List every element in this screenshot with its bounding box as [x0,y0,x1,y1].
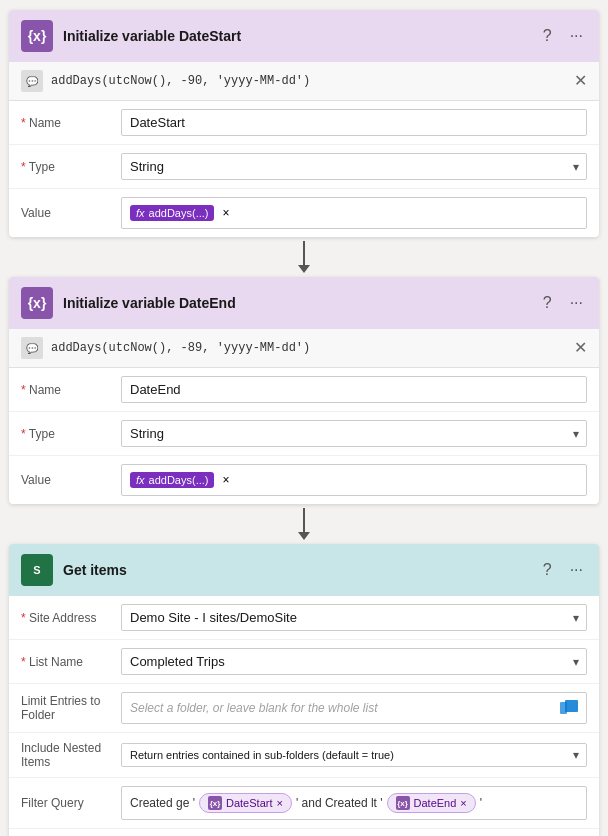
filter-query-field[interactable]: Created ge ' {x} DateStart × ' and Creat… [121,786,587,820]
help-button-datestart[interactable]: ? [539,26,556,46]
more-button-datestart[interactable]: ··· [566,26,587,46]
field-row-list-name: * List Name Completed Trips ▾ [9,640,599,684]
card-init-dateend: {x} Initialize variable DateEnd ? ··· 💬 … [9,277,599,504]
fx-chip-text-1: addDays(...) [149,207,209,219]
select-wrapper-site: Demo Site - I sites/DemoSite ▾ [121,604,587,631]
field-row-name-1: * Name [9,101,599,145]
card-title-datestart: Initialize variable DateStart [63,28,529,44]
expression-bar-datestart: 💬 addDays(utcNow(), -90, 'yyyy-MM-dd') ✕ [9,62,599,101]
card-init-datestart: {x} Initialize variable DateStart ? ··· … [9,10,599,237]
folder-button[interactable] [560,700,578,717]
label-type-2: * Type [21,427,121,441]
label-limit-folder: Limit Entries to Folder [21,694,121,722]
expr-icon-dateend: 💬 [21,337,43,359]
field-row-filter: Filter Query Created ge ' {x} DateStart … [9,778,599,829]
fx-chip-close-1[interactable]: × [222,207,229,219]
expression-bar-dateend: 💬 addDays(utcNow(), -89, 'yyyy-MM-dd') ✕ [9,329,599,368]
var-chip-dateend: {x} DateEnd × [387,793,476,813]
more-button-dateend[interactable]: ··· [566,293,587,313]
fx-icon-1: fx [136,207,145,219]
select-nested[interactable]: Return entries contained in sub-folders … [121,743,587,767]
field-row-nested: Include Nested Items Return entries cont… [9,733,599,778]
arrow-1 [298,241,310,273]
select-site-address[interactable]: Demo Site - I sites/DemoSite [121,604,587,631]
flow-container: {x} Initialize variable DateStart ? ··· … [0,0,608,836]
card-body-dateend: 💬 addDays(utcNow(), -89, 'yyyy-MM-dd') ✕… [9,329,599,504]
field-row-type-1: * Type String ▾ [9,145,599,189]
header-actions-dateend: ? ··· [539,293,587,313]
var-chip-label-dateend: DateEnd [414,797,457,809]
connector-line-2 [303,508,305,532]
var-chip-icon-dateend: {x} [396,796,410,810]
card-body-get-items: * Site Address Demo Site - I sites/DemoS… [9,596,599,836]
fx-chip-2: fx addDays(...) [130,472,214,488]
input-name-2[interactable] [121,376,587,403]
arrow-2 [298,508,310,540]
filter-text-1: Created ge ' [130,796,195,810]
header-actions-datestart: ? ··· [539,26,587,46]
filter-text-2: ' and Created lt ' [296,796,383,810]
field-row-limit-folder: Limit Entries to Folder Select a folder,… [9,684,599,733]
select-wrapper-type-1: String ▾ [121,153,587,180]
variable-icon-datestart: {x} [21,20,53,52]
label-nested: Include Nested Items [21,741,121,769]
icon-label: {x} [28,28,47,44]
label-name-1: * Name [21,116,121,130]
label-site-address: * Site Address [21,611,121,625]
label-name-2: * Name [21,383,121,397]
label-value-2: Value [21,473,121,487]
card-body-datestart: 💬 addDays(utcNow(), -90, 'yyyy-MM-dd') ✕… [9,62,599,237]
field-row-value-2: Value fx addDays(...) × [9,456,599,504]
select-wrapper-type-2: String ▾ [121,420,587,447]
var-chip-icon-datestart: {x} [208,796,222,810]
sharepoint-icon: S [21,554,53,586]
label-type-1: * Type [21,160,121,174]
expr-icon-datestart: 💬 [21,70,43,92]
field-row-type-2: * Type String ▾ [9,412,599,456]
var-chip-datestart: {x} DateStart × [199,793,292,813]
more-button-get-items[interactable]: ··· [566,560,587,580]
select-wrapper-list: Completed Trips ▾ [121,648,587,675]
field-row-value-1: Value fx addDays(...) × [9,189,599,237]
card-get-items: S Get items ? ··· * Site Address Demo Si… [9,544,599,836]
field-row-site-address: * Site Address Demo Site - I sites/DemoS… [9,596,599,640]
expr-text-dateend: addDays(utcNow(), -89, 'yyyy-MM-dd') [51,341,566,355]
folder-field: Select a folder, or leave blank for the … [121,692,587,724]
card-title-get-items: Get items [63,562,529,578]
header-actions-get-items: ? ··· [539,560,587,580]
card-header-get-items: S Get items ? ··· [9,544,599,596]
label-list-name: * List Name [21,655,121,669]
fx-chip-close-2[interactable]: × [222,474,229,486]
arrow-head-2 [298,532,310,540]
filter-text-3: ' [480,796,482,810]
icon-label-dateend: {x} [28,295,47,311]
label-filter: Filter Query [21,796,121,810]
fx-chip-text-2: addDays(...) [149,474,209,486]
var-chip-label-datestart: DateStart [226,797,272,809]
card-header-dateend: {x} Initialize variable DateEnd ? ··· [9,277,599,329]
svg-rect-1 [565,700,578,712]
expr-text-datestart: addDays(utcNow(), -90, 'yyyy-MM-dd') [51,74,566,88]
folder-placeholder: Select a folder, or leave blank for the … [130,701,377,715]
select-type-2[interactable]: String [121,420,587,447]
var-chip-close-datestart[interactable]: × [276,797,282,809]
field-row-name-2: * Name [9,368,599,412]
fx-chip-1: fx addDays(...) [130,205,214,221]
connector-line-1 [303,241,305,265]
help-button-dateend[interactable]: ? [539,293,556,313]
select-wrapper-nested: Return entries contained in sub-folders … [121,743,587,767]
input-name-1[interactable] [121,109,587,136]
expr-close-dateend[interactable]: ✕ [574,340,587,356]
value-field-1: fx addDays(...) × [121,197,587,229]
card-header-datestart: {x} Initialize variable DateStart ? ··· [9,10,599,62]
variable-icon-dateend: {x} [21,287,53,319]
label-value-1: Value [21,206,121,220]
fx-icon-2: fx [136,474,145,486]
expr-close-datestart[interactable]: ✕ [574,73,587,89]
select-list-name[interactable]: Completed Trips [121,648,587,675]
field-row-order-by: Order By An ODATA orderBy query for sort… [9,829,599,836]
var-chip-close-dateend[interactable]: × [460,797,466,809]
help-button-get-items[interactable]: ? [539,560,556,580]
arrow-head-1 [298,265,310,273]
select-type-1[interactable]: String [121,153,587,180]
